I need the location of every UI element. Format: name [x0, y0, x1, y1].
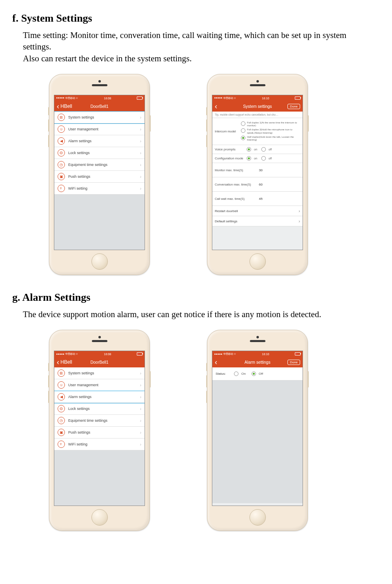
alarm-off-radio[interactable]: Off	[252, 371, 263, 376]
menu-item-alarm-settings[interactable]: ◀Alarm settings›	[54, 135, 145, 147]
section-f-heading: f. System Settings	[12, 12, 380, 25]
menu-item-wifi-setting[interactable]: ᯤWiFi setting›	[54, 439, 145, 450]
status-bar: 中国移动 ᯤ 16:08	[54, 351, 145, 357]
nav-title: DoorBell1	[91, 104, 109, 109]
grid-icon: ⊞	[58, 369, 65, 377]
done-button[interactable]: Done	[287, 104, 300, 109]
chevron-right-icon: ›	[140, 383, 141, 387]
monitor-max-row[interactable]: Monitor max. time(S)30	[212, 163, 303, 177]
menu-item-lock-settings[interactable]: ⏣Lock settings›	[54, 403, 145, 415]
grid-icon: ⊞	[58, 114, 65, 121]
intercom-option-1[interactable]: Full duplex 1(At the same time the inter…	[241, 121, 300, 127]
phone-mockup-3: 中国移动 ᯤ 16:08 HBell DoorBell1 ⊞System set…	[49, 330, 150, 531]
phone-mockup-2: 中国移动 ᯤ 16:10 System settings Done Tip, m…	[207, 74, 308, 275]
menu-item-user-management[interactable]: ☺User management›	[54, 123, 145, 135]
chevron-right-icon: ›	[140, 395, 141, 399]
restart-doorbell-row[interactable]: Restart doorbell›	[212, 206, 303, 216]
voice-off-radio[interactable]: off	[261, 147, 272, 152]
config-on-radio[interactable]: on	[247, 156, 257, 161]
status-bar: 中国移动 ᯤ 16:10	[212, 95, 303, 101]
config-off-radio[interactable]: off	[261, 156, 272, 161]
back-button[interactable]: HBell	[57, 359, 72, 365]
phone-mockup-1: 中国移动 ᯤ 16:08 HBell DoorBell1 ⊞System set…	[49, 74, 150, 275]
intercom-model-section: Intercom model Full duplex 1(At the same…	[212, 118, 303, 145]
chevron-right-icon: ›	[140, 151, 141, 155]
lock-icon: ⏣	[58, 405, 65, 412]
alarm-on-radio[interactable]: On	[234, 371, 246, 376]
push-icon: ▣	[58, 429, 65, 436]
user-icon: ☺	[58, 125, 65, 133]
chevron-right-icon: ›	[140, 127, 141, 132]
menu-item-push-settings[interactable]: ▣Push settings›	[54, 171, 145, 183]
config-mode-row: Configuration mode on off	[212, 154, 303, 163]
alarm-icon: ◀	[58, 393, 65, 401]
chevron-right-icon: ›	[140, 115, 141, 120]
wifi-icon: ᯤ	[58, 185, 65, 192]
chevron-right-icon: ›	[140, 442, 141, 447]
call-wait-max-row[interactable]: Call wait max. time(S)45	[212, 192, 303, 206]
nav-bar: System settings Done	[212, 101, 303, 112]
chevron-right-icon: ›	[140, 430, 141, 435]
menu-item-equipment-time[interactable]: ◷Equipment time settings›	[54, 159, 145, 171]
user-icon: ☺	[58, 381, 65, 389]
section-g-heading: g. Alarm Settings	[12, 291, 380, 304]
chevron-right-icon: ›	[298, 208, 300, 213]
menu-item-alarm-settings[interactable]: ◀Alarm settings›	[54, 391, 145, 403]
status-bar: 中国移动 ᯤ 16:08	[54, 95, 145, 101]
alarm-icon: ◀	[58, 137, 65, 145]
chevron-right-icon: ›	[140, 371, 141, 376]
wifi-icon: ᯤ	[58, 441, 65, 448]
section-g-body: The device support motion alarm, user ca…	[23, 309, 374, 320]
alarm-status-section: Status: On Off	[212, 367, 303, 380]
tip-text: Tip, mobile client support echo cancella…	[212, 112, 303, 118]
intercom-option-3[interactable]: Half duplex(Hold down the talk, Loosen t…	[241, 136, 300, 141]
conversation-max-row[interactable]: Conversation max. time(S)60	[212, 177, 303, 192]
home-button[interactable]	[249, 509, 266, 526]
home-button[interactable]	[249, 253, 266, 270]
chevron-right-icon: ›	[140, 175, 141, 179]
menu-item-wifi-setting[interactable]: ᯤWiFi setting›	[54, 183, 145, 195]
home-button[interactable]	[91, 253, 108, 270]
nav-bar: Alarm settings Done	[212, 357, 303, 367]
clock-icon: ◷	[58, 161, 65, 168]
menu-item-equipment-time[interactable]: ◷Equipment time settings›	[54, 415, 145, 427]
menu-item-push-settings[interactable]: ▣Push settings›	[54, 427, 145, 439]
nav-bar: HBell DoorBell1	[54, 357, 145, 367]
nav-title: System settings	[243, 104, 272, 109]
push-icon: ▣	[58, 173, 65, 180]
phone-mockup-4: 中国移动 ᯤ 16:10 Alarm settings Done Status:…	[207, 330, 308, 531]
done-button[interactable]: Done	[287, 360, 300, 365]
chevron-right-icon: ›	[140, 407, 141, 411]
clock-icon: ◷	[58, 417, 65, 424]
chevron-right-icon: ›	[140, 163, 141, 167]
home-button[interactable]	[91, 509, 108, 526]
chevron-right-icon: ›	[298, 219, 300, 224]
nav-title: DoorBell1	[91, 360, 109, 365]
chevron-right-icon: ›	[140, 418, 141, 423]
voice-on-radio[interactable]: on	[247, 147, 257, 152]
status-bar: 中国移动 ᯤ 16:10	[212, 351, 303, 357]
lock-icon: ⏣	[58, 149, 65, 157]
menu-item-system-settings[interactable]: ⊞System settings›	[54, 112, 145, 123]
chevron-right-icon: ›	[140, 186, 141, 191]
status-label: Status:	[216, 372, 226, 376]
menu-item-user-management[interactable]: ☺User management›	[54, 379, 145, 391]
menu-item-system-settings[interactable]: ⊞System settings›	[54, 367, 145, 379]
voice-prompts-row: Voice prompts on off	[212, 145, 303, 154]
intercom-option-2[interactable]: Full duplex 2(Hold the microphone icon t…	[241, 128, 300, 134]
chevron-right-icon: ›	[140, 139, 141, 143]
nav-title: Alarm settings	[245, 360, 270, 365]
menu-item-lock-settings[interactable]: ⏣Lock settings›	[54, 147, 145, 159]
default-settings-row[interactable]: Default settings›	[212, 216, 303, 226]
section-f-body: Time setting: Monitor time, converation …	[23, 29, 374, 64]
back-button[interactable]: HBell	[57, 103, 72, 109]
nav-bar: HBell DoorBell1	[54, 101, 145, 112]
